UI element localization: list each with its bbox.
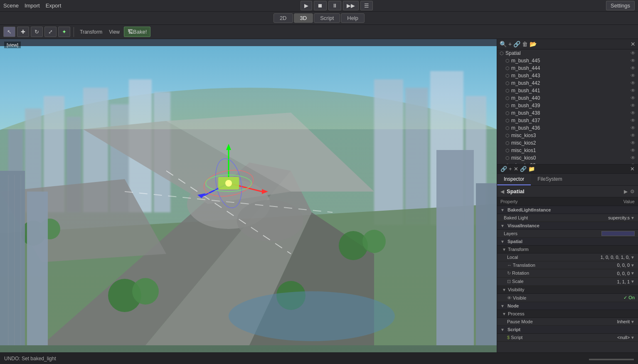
svg-point-30 [132,278,159,305]
tab-help[interactable]: Help [341,13,365,23]
subgroup-process[interactable]: ▼ Process [497,310,638,318]
scene-bottom-link2-icon[interactable]: 🔗 [520,166,527,172]
pause-button[interactable]: ⏸ [328,1,341,10]
visible-checkmark: ✓ On [623,295,635,300]
transform-local-value[interactable]: 1, 0, 0, 0, 1, 0, ▼ [568,255,635,260]
misc-kios2-icon: ⬡ [505,140,510,146]
scene-bottom-close-icon[interactable]: ✕ [630,166,635,172]
tool-rotate[interactable]: ↻ [31,27,43,37]
scene-bottom-add-icon[interactable]: + [509,166,512,172]
translation-value[interactable]: 0, 0, 0 ▼ [568,263,635,268]
m-bush-439-visibility[interactable]: 👁 [631,103,636,108]
tree-item-m-bush-439[interactable]: ⬡ m_bush_439 👁 [497,102,638,109]
transform-local-dropdown-icon[interactable]: ▼ [631,255,635,260]
toolbar-bake[interactable]: 🏗 Bake! [124,27,150,37]
group-script[interactable]: ▼ Script [497,326,638,334]
scene-tree-add-icon[interactable]: + [508,41,512,47]
m-bush-441-visibility[interactable]: 👁 [631,88,636,93]
baked-light-value[interactable]: supercity.s ▼ [568,215,635,220]
misc-kios3-visibility[interactable]: 👁 [631,133,636,138]
baked-light-dropdown-icon[interactable]: ▼ [631,216,635,220]
subgroup-visibility[interactable]: ▼ Visibility [497,286,638,294]
m-bush-437-visibility[interactable]: 👁 [631,118,636,123]
rotation-dropdown-icon[interactable]: ▼ [631,271,635,275]
misc-kios2-visibility[interactable]: 👁 [631,140,636,146]
subgroup-transform[interactable]: ▼ Transform [497,246,638,253]
tool-scale[interactable]: ⤢ [44,27,57,37]
script-dropdown-icon[interactable]: ▼ [631,335,635,340]
scene-bottom-link-icon[interactable]: 🔗 [500,166,507,172]
spatial-visibility-icon[interactable]: 👁 [631,50,636,56]
tree-item-m-bush-436[interactable]: ⬡ m_bush_436 👁 [497,124,638,132]
scene-bottom-folder-icon[interactable]: 📁 [528,166,535,172]
scale-value[interactable]: 1, 1, 1 ▼ [568,279,635,284]
m-bush-440-visibility[interactable]: 👁 [631,95,636,101]
pause-mode-value[interactable]: Inherit ▼ [568,319,635,324]
menu-import[interactable]: Import [25,2,40,9]
step-button[interactable]: ▶▶ [343,1,359,10]
scene-tree-close[interactable]: ✕ [631,41,636,47]
scene-tree-filter-icon[interactable]: 🔍 [500,41,507,47]
tab-3d[interactable]: 3D [294,13,313,23]
tree-item-m-bush-438[interactable]: ⬡ m_bush_438 👁 [497,109,638,117]
tree-item-misc-tra20[interactable]: ⬡ misc_tra20 👁 [497,162,638,165]
visible-value[interactable]: ✓ On [568,295,635,300]
m-bush-439-icon: ⬡ [505,103,510,108]
menu-export[interactable]: Export [46,2,62,9]
tab-script[interactable]: Script [314,13,340,23]
settings-button[interactable]: Settings [606,1,635,10]
viewport[interactable]: [view] [0,39,497,352]
layers-value[interactable] [568,231,635,236]
misc-kios1-visibility[interactable]: 👁 [631,148,636,153]
tree-item-misc-kios3[interactable]: ⬡ misc_kios3 👁 [497,132,638,139]
group-visual-instance[interactable]: ▼ VisualInstance [497,222,638,230]
nav-left-arrow[interactable]: ◀ [500,189,504,194]
transform-expand-icon: ▼ [502,247,506,252]
city-scene[interactable] [0,39,497,352]
tree-item-misc-kios1[interactable]: ⬡ misc_kios1 👁 [497,147,638,154]
group-baked-light-instance[interactable]: ▼ BakedLightInstance [497,206,638,214]
tab-2d[interactable]: 2D [273,13,293,23]
m-bush-443-visibility[interactable]: 👁 [631,73,636,79]
script-value[interactable]: <null> ▼ [568,335,635,340]
tree-item-m-bush-442[interactable]: ⬡ m_bush_442 👁 [497,79,638,87]
inspector-settings-icon[interactable]: ⚙ [630,189,635,194]
tab-filesystem[interactable]: FileSystem [531,174,569,185]
tree-item-m-bush-441[interactable]: ⬡ m_bush_441 👁 [497,87,638,94]
tree-item-m-bush-444[interactable]: ⬡ m_bush_444 👁 [497,64,638,72]
tree-item-misc-kios0[interactable]: ⬡ misc_kios0 👁 [497,154,638,162]
tab-inspector[interactable]: Inspector [497,174,531,185]
misc-kios0-visibility[interactable]: 👁 [631,155,636,161]
tool-special[interactable]: ✦ [58,27,70,37]
tree-item-m-bush-437[interactable]: ⬡ m_bush_437 👁 [497,117,638,124]
pause-mode-dropdown-icon[interactable]: ▼ [631,320,635,324]
tree-item-spatial[interactable]: ⬡ Spatial 👁 [497,49,638,57]
stop-button[interactable]: ⏹ [314,1,327,10]
m-bush-438-visibility[interactable]: 👁 [631,110,636,116]
translation-dropdown-icon[interactable]: ▼ [631,263,635,268]
tool-select[interactable]: ↖ [3,27,15,37]
toolbar-view[interactable]: View [106,27,122,37]
toolbar-transform[interactable]: Transform [77,27,105,37]
more-button[interactable]: ☰ [360,1,373,10]
scale-dropdown-icon[interactable]: ▼ [631,279,635,284]
tree-item-m-bush-443[interactable]: ⬡ m_bush_443 👁 [497,72,638,79]
tool-add[interactable]: ✚ [17,27,29,37]
m-bush-442-visibility[interactable]: 👁 [631,80,636,86]
tree-item-misc-kios2[interactable]: ⬡ misc_kios2 👁 [497,139,638,147]
m-bush-436-visibility[interactable]: 👁 [631,125,636,131]
play-button[interactable]: ▶ [301,1,312,10]
group-spatial[interactable]: ▼ Spatial [497,238,638,246]
nav-right-arrow[interactable]: ▶ [624,189,628,194]
scene-bottom-remove-icon[interactable]: ✕ [514,166,518,172]
menu-scene[interactable]: Scene [3,2,19,9]
rotation-value[interactable]: 0, 0, 0 ▼ [568,271,635,276]
group-node[interactable]: ▼ Node [497,302,638,310]
tree-item-m-bush-445[interactable]: ⬡ m_bush_445 👁 [497,57,638,64]
m-bush-444-visibility[interactable]: 👁 [631,65,636,71]
tree-item-m-bush-440[interactable]: ⬡ m_bush_440 👁 [497,94,638,102]
scene-tree-delete-icon[interactable]: 🗑 [522,41,528,47]
scene-tree-folder-icon[interactable]: 📂 [530,41,537,47]
scene-tree-link-icon[interactable]: 🔗 [513,41,520,47]
m-bush-445-visibility[interactable]: 👁 [631,58,636,64]
